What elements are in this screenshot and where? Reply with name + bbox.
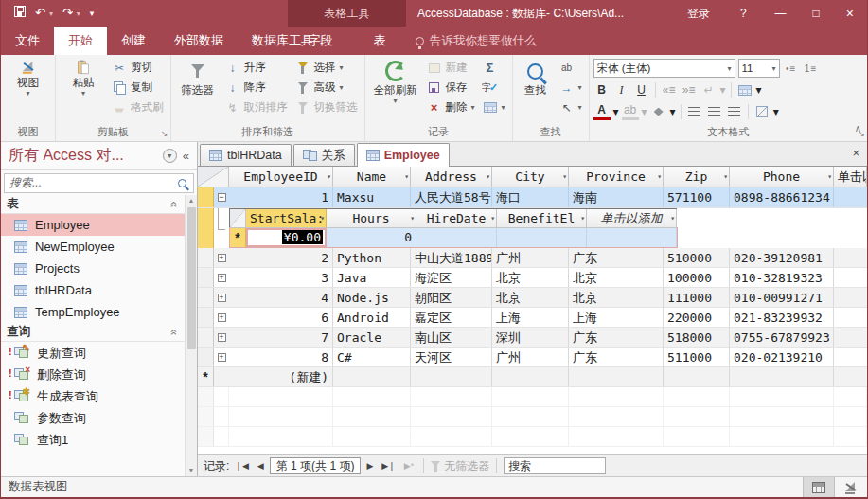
cell-province[interactable]: 广东 bbox=[569, 248, 664, 267]
doc-tab-tblhrdata[interactable]: tblHRData bbox=[200, 144, 292, 166]
redo-dropdown-icon[interactable]: ▾ bbox=[77, 9, 80, 18]
sub-column-header-startsalary[interactable]: StartSala:▾ bbox=[246, 209, 327, 228]
column-dropdown-icon[interactable]: ▾ bbox=[723, 173, 728, 181]
cell-zip[interactable]: 510000 bbox=[664, 248, 730, 267]
nav-item-delete-query[interactable]: ×!删除查询 bbox=[1, 364, 185, 385]
cell-city[interactable]: 北京 bbox=[492, 288, 569, 307]
cell-phone[interactable]: 0755-67879923 bbox=[730, 328, 834, 347]
expand-subdatasheet-toggle[interactable]: + bbox=[214, 308, 229, 327]
table-row[interactable]: + 3 Java 海淀区 北京 北京 100000 010-32819323 bbox=[198, 268, 867, 288]
format-painter-button[interactable]: 格式刷 bbox=[109, 98, 167, 117]
cell-name[interactable]: Python bbox=[333, 248, 411, 267]
cell-zip[interactable]: 220000 bbox=[664, 308, 730, 327]
align-left-icon[interactable] bbox=[686, 103, 703, 120]
column-header-city[interactable]: City▾ bbox=[492, 167, 569, 187]
table-row[interactable]: + 4 Node.js 朝阳区 北京 北京 111000 010-0099127… bbox=[198, 288, 867, 308]
tab-home[interactable]: 开始 bbox=[54, 27, 107, 55]
filter-status-button[interactable]: 无筛选器 bbox=[431, 458, 489, 474]
copy-button[interactable]: 复制 bbox=[109, 78, 167, 98]
sub-column-header-hours[interactable]: Hours▾ bbox=[327, 209, 416, 228]
refresh-all-button[interactable]: 全部刷新 ▾ bbox=[369, 58, 422, 104]
cell-employeeid[interactable]: 3 bbox=[229, 268, 333, 287]
highlight-color-button[interactable]: ab bbox=[622, 103, 639, 120]
increase-indent-icon[interactable]: »≡ bbox=[681, 81, 698, 98]
sub-cell-hours[interactable]: 0 bbox=[327, 228, 416, 247]
new-record-button[interactable]: 新建 bbox=[424, 58, 478, 78]
totals-button[interactable]: Σ bbox=[480, 58, 508, 78]
cell-address[interactable]: 海淀区 bbox=[411, 268, 492, 287]
record-search-box[interactable] bbox=[504, 457, 606, 474]
cell-address[interactable]: 人民大道58号 bbox=[411, 187, 492, 207]
clipboard-dialog-launcher-icon[interactable]: ↘ bbox=[161, 130, 168, 138]
nav-item-parameter-query[interactable]: 参数查询 bbox=[1, 407, 185, 429]
undo-icon[interactable]: ↶ bbox=[35, 0, 45, 27]
cell-address[interactable]: 天河区 bbox=[411, 348, 492, 366]
first-record-icon[interactable]: ❘◀ bbox=[232, 461, 251, 471]
nav-item-projects[interactable]: Projects bbox=[1, 258, 185, 279]
new-record-selector[interactable]: * bbox=[198, 367, 214, 386]
scroll-thumb[interactable] bbox=[187, 207, 196, 349]
numbered-list-icon[interactable]: 1≡ bbox=[803, 60, 820, 77]
subdatasheet-new-row[interactable]: * ¥0.00 0 bbox=[230, 228, 677, 247]
table-row[interactable]: + 2 Python 中山大道1889 广州 广东 510000 020-391… bbox=[198, 248, 867, 268]
advanced-filter-button[interactable]: 高级▾ bbox=[292, 78, 361, 98]
cell-name[interactable]: C# bbox=[333, 348, 411, 366]
close-document-icon[interactable]: × bbox=[852, 146, 859, 160]
record-selector[interactable] bbox=[198, 187, 214, 207]
expand-subdatasheet-toggle[interactable]: + bbox=[214, 268, 229, 287]
nav-section-tables[interactable]: 表» bbox=[1, 195, 185, 214]
column-header-address[interactable]: Address▾ bbox=[411, 167, 492, 187]
table-row[interactable]: − 1 Maxsu 人民大道58号 海口 海南 571100 0898-8866… bbox=[198, 187, 867, 208]
cell-city[interactable]: 广州 bbox=[492, 248, 569, 267]
align-center-icon[interactable] bbox=[706, 103, 723, 120]
cell-province[interactable]: 上海 bbox=[569, 308, 664, 327]
column-dropdown-icon[interactable]: ▾ bbox=[490, 215, 495, 223]
column-header-name[interactable]: Name▾ bbox=[333, 167, 411, 187]
font-size-combo[interactable]: 11▾ bbox=[738, 59, 780, 78]
cell-employeeid[interactable]: 4 bbox=[229, 288, 333, 307]
expand-subdatasheet-toggle[interactable]: + bbox=[214, 328, 229, 347]
cell-phone[interactable]: 010-32819323 bbox=[730, 268, 834, 287]
cell-employeeid[interactable]: 1 bbox=[229, 187, 333, 207]
find-button[interactable]: 查找 bbox=[517, 58, 555, 98]
cell-zip[interactable]: 511000 bbox=[664, 348, 730, 366]
column-dropdown-icon[interactable]: ▾ bbox=[410, 215, 415, 223]
select-all-corner[interactable] bbox=[198, 167, 229, 187]
decrease-indent-icon[interactable]: «≡ bbox=[661, 81, 678, 98]
alternate-row-color-icon[interactable] bbox=[753, 103, 771, 120]
doc-tab-employee[interactable]: Employee bbox=[357, 143, 450, 167]
sub-cell-click-to-add[interactable] bbox=[587, 228, 677, 247]
text-direction-icon[interactable]: ↵ bbox=[700, 81, 717, 98]
cell-city[interactable]: 广州 bbox=[492, 348, 569, 366]
nav-collapse-icon[interactable]: « bbox=[183, 149, 189, 163]
nav-scrollbar[interactable]: ▲ ▼ bbox=[185, 195, 197, 476]
cell-employeeid[interactable]: 8 bbox=[229, 348, 333, 366]
cell-employeeid[interactable]: 2 bbox=[229, 248, 333, 267]
view-button[interactable]: 视图 ▾ bbox=[5, 58, 51, 97]
sub-column-header-benefitel[interactable]: BenefitEl▾ bbox=[497, 209, 587, 228]
nav-item-employee[interactable]: Employee bbox=[1, 214, 185, 236]
cell-province[interactable]: 广东 bbox=[569, 348, 664, 366]
cell-city[interactable] bbox=[492, 367, 569, 386]
cell-city[interactable]: 深圳 bbox=[492, 328, 569, 347]
cell-zip[interactable]: 111000 bbox=[664, 288, 730, 307]
cell-city[interactable]: 海口 bbox=[492, 187, 569, 207]
cell-zip[interactable]: 518000 bbox=[664, 328, 730, 347]
paste-dropdown-icon[interactable]: ▾ bbox=[81, 91, 85, 97]
column-header-zip[interactable]: Zip▾ bbox=[664, 167, 730, 187]
delete-record-button[interactable]: ×删除▾ bbox=[424, 98, 478, 117]
font-name-combo[interactable]: 宋体 (主体)▾ bbox=[593, 59, 735, 78]
cell-province[interactable]: 海南 bbox=[569, 187, 664, 207]
column-dropdown-icon[interactable]: ▾ bbox=[562, 173, 567, 181]
font-color-button[interactable]: A bbox=[593, 103, 611, 120]
column-header-employeeid[interactable]: EmployeeID▾ bbox=[229, 167, 333, 187]
record-search-input[interactable] bbox=[504, 457, 606, 474]
nav-search-box[interactable] bbox=[4, 173, 194, 193]
customize-qat-icon[interactable]: ▾ bbox=[90, 0, 95, 27]
next-record-icon[interactable]: ▶ bbox=[363, 461, 376, 471]
record-selector[interactable] bbox=[198, 268, 214, 287]
remove-sort-button[interactable]: ↯取消排序 bbox=[222, 98, 291, 117]
cell-zip[interactable]: 571100 bbox=[664, 187, 730, 207]
doc-tab-relationships[interactable]: 关系 bbox=[293, 144, 355, 166]
sort-descending-button[interactable]: ↓降序 bbox=[222, 78, 291, 98]
